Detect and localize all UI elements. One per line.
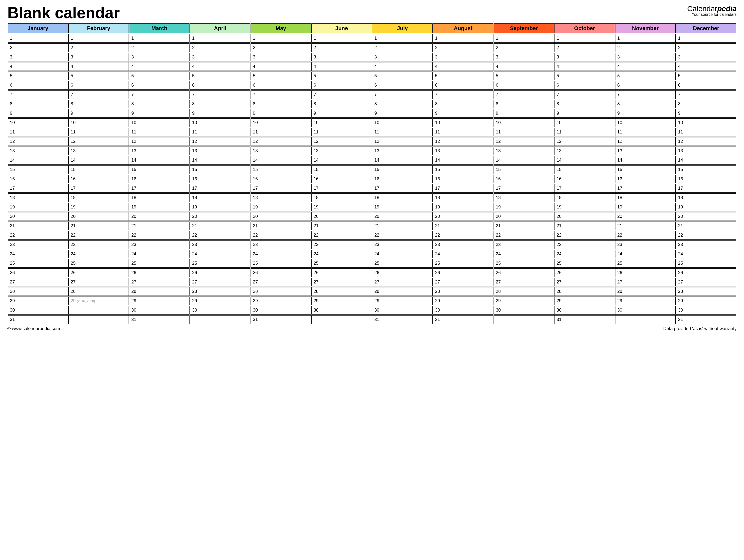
day-cell: 17 [68, 184, 129, 193]
day-cell: 10 [190, 118, 250, 127]
day-cell: 18 [129, 193, 189, 202]
day-cell: 24 [372, 250, 433, 258]
day-cell: 7 [68, 90, 129, 99]
day-cell: 22 [615, 231, 676, 239]
day-cell: 11 [129, 128, 189, 137]
day-cell: 19 [68, 203, 129, 212]
day-cell: 16 [433, 175, 493, 183]
day-cell: 3 [8, 53, 68, 62]
day-cell: 29 [8, 297, 68, 305]
day-cell: 1 [251, 34, 311, 43]
day-cell: 30 [676, 306, 736, 314]
day-cell: 23 [554, 240, 615, 249]
day-cell: 16 [68, 175, 129, 183]
day-cell: 12 [129, 137, 189, 146]
day-cell: 8 [8, 100, 68, 108]
day-cell: 5 [311, 72, 372, 80]
day-cell: 15 [8, 165, 68, 174]
day-cell: 28 [129, 287, 189, 296]
day-cell: 11 [190, 128, 250, 137]
day-cell: 1 [493, 34, 554, 43]
day-cell: 10 [129, 118, 189, 127]
day-cell: 1 [554, 34, 615, 43]
day-cell: 22 [311, 231, 372, 239]
day-cell: 12 [251, 137, 311, 146]
day-cell: 27 [129, 278, 189, 287]
day-cell: 17 [372, 184, 433, 193]
day-cell: 18 [372, 193, 433, 202]
day-cell: 17 [8, 184, 68, 193]
day-cell: 15 [311, 165, 372, 174]
day-cell: 27 [493, 278, 554, 287]
day-cell [68, 315, 129, 324]
day-cell: 18 [68, 193, 129, 202]
day-cell: 22 [190, 231, 250, 239]
day-cell: 18 [493, 193, 554, 202]
day-cell: 28 [311, 287, 372, 296]
day-cell: 7 [311, 90, 372, 99]
day-cell: 6 [68, 81, 129, 89]
day-cell: 26 [190, 268, 250, 277]
day-cell: 9 [190, 109, 250, 118]
day-cell: 23 [8, 240, 68, 249]
day-cell: 7 [251, 90, 311, 99]
day-cell: 24 [251, 250, 311, 258]
day-cell: 9 [433, 109, 493, 118]
day-cell: 3 [433, 53, 493, 62]
day-cell: 31 [554, 315, 615, 324]
day-cell: 21 [433, 222, 493, 230]
day-cell: 25 [372, 259, 433, 268]
day-cell: 29 [251, 297, 311, 305]
day-cell: 28 [433, 287, 493, 296]
month-header-march: March [129, 24, 189, 33]
day-cell: 10 [8, 118, 68, 127]
month-header-january: January [8, 24, 68, 33]
day-cell: 17 [433, 184, 493, 193]
day-cell: 6 [129, 81, 189, 89]
brand-part1: Calendar [687, 4, 717, 12]
day-cell: 3 [615, 53, 676, 62]
brand-tagline: Your source for calendars [687, 12, 737, 17]
day-cell: 22 [554, 231, 615, 239]
day-cell: 22 [8, 231, 68, 239]
day-cell: 27 [676, 278, 736, 287]
day-cell: 17 [129, 184, 189, 193]
day-cell: 9 [554, 109, 615, 118]
day-cell: 11 [493, 128, 554, 137]
day-cell: 10 [311, 118, 372, 127]
day-cell: 15 [615, 165, 676, 174]
day-cell: 9 [68, 109, 129, 118]
day-cell: 2 [190, 43, 250, 52]
day-cell: 14 [493, 156, 554, 164]
day-cell: 24 [554, 250, 615, 258]
day-cell: 31 [433, 315, 493, 324]
day-cell: 30 [8, 306, 68, 314]
day-cell: 24 [676, 250, 736, 258]
day-cell: 28 [493, 287, 554, 296]
month-header-june: June [311, 24, 372, 33]
day-cell: 13 [493, 147, 554, 155]
day-cell: 1 [8, 34, 68, 43]
day-cell: 3 [554, 53, 615, 62]
day-cell: 25 [190, 259, 250, 268]
month-header-december: December [676, 24, 736, 33]
day-cell: 30 [372, 306, 433, 314]
day-cell: 14 [251, 156, 311, 164]
day-cell: 12 [615, 137, 676, 146]
day-cell: 1 [615, 34, 676, 43]
day-cell: 3 [129, 53, 189, 62]
day-cell: 5 [8, 72, 68, 80]
day-cell: 24 [615, 250, 676, 258]
day-cell: 27 [251, 278, 311, 287]
day-cell: 26 [676, 268, 736, 277]
day-cell: 13 [129, 147, 189, 155]
day-cell: 10 [251, 118, 311, 127]
day-cell: 7 [554, 90, 615, 99]
day-cell: 5 [493, 72, 554, 80]
day-cell: 27 [615, 278, 676, 287]
day-cell: 28 [8, 287, 68, 296]
day-cell: 25 [129, 259, 189, 268]
day-cell: 26 [251, 268, 311, 277]
day-cell: 16 [372, 175, 433, 183]
day-cell: 28 [372, 287, 433, 296]
